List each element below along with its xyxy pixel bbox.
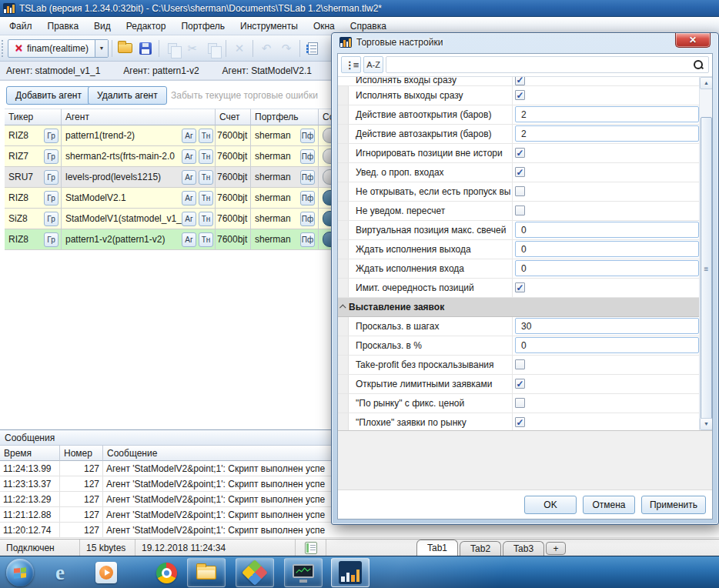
property-row[interactable]: Исполнять входы сразу✓ <box>338 77 699 86</box>
property-row[interactable]: Проскальз. в шагах <box>338 317 699 336</box>
start-button[interactable] <box>6 559 34 586</box>
message-row[interactable]: 11:20:12.74127Агент 'StatModelV2&point;1… <box>0 523 719 538</box>
property-value-input[interactable] <box>515 125 699 142</box>
property-value-input[interactable] <box>515 222 699 238</box>
dialog-close-button[interactable]: ✕ <box>675 33 711 48</box>
column-header[interactable]: Тикер <box>5 109 62 125</box>
portfolio-button[interactable]: Пф <box>300 170 315 185</box>
property-row[interactable]: Не уведом. пересчет <box>338 202 699 221</box>
cancel-button[interactable]: Отмена <box>583 496 635 514</box>
apply-button[interactable]: Применить <box>641 496 706 514</box>
dialog-titlebar[interactable]: Торговые настройки <box>339 37 443 48</box>
property-row[interactable]: Take-profit без проскальзывания <box>338 356 699 375</box>
column-header[interactable]: Счет <box>216 109 251 125</box>
property-search-box[interactable] <box>386 56 709 73</box>
property-row[interactable]: Имит. очередность позиций✓ <box>338 279 699 298</box>
property-row[interactable]: Увед. о проп. входах✓ <box>338 163 699 182</box>
property-checkbox[interactable]: ✓ <box>515 379 525 389</box>
group-button[interactable]: Гр <box>44 129 59 143</box>
workspace-tab-tab2[interactable]: Tab2 <box>460 541 501 556</box>
agent-script-button[interactable]: Аг <box>182 149 196 164</box>
property-checkbox[interactable] <box>515 359 525 369</box>
column-header[interactable]: Время <box>0 446 60 461</box>
property-row[interactable]: Ждать исполнения выхода <box>338 240 699 259</box>
agent-script-button[interactable]: Аг <box>182 212 196 226</box>
menu-Вид[interactable]: Вид <box>86 18 119 35</box>
save-button[interactable] <box>136 39 155 58</box>
portfolio-button[interactable]: Пф <box>300 191 315 205</box>
property-search-input[interactable] <box>386 58 693 72</box>
property-value-input[interactable] <box>515 260 699 276</box>
property-checkbox[interactable] <box>515 205 525 215</box>
property-grid-scrollbar[interactable]: ▲ ≡ ▼ <box>699 77 712 430</box>
agent-tab[interactable]: Агент: statmodel_v1_1 <box>6 65 100 76</box>
property-checkbox[interactable]: ✓ <box>515 282 525 292</box>
agent-script-button[interactable]: Аг <box>182 191 196 205</box>
trade-button[interactable]: Тн <box>199 170 213 185</box>
property-checkbox[interactable]: ✓ <box>515 417 525 427</box>
agent-tab[interactable]: Агент: StatModelV2.1 <box>222 65 312 76</box>
menu-Портфель[interactable]: Портфель <box>173 18 232 35</box>
property-row[interactable]: Ждать исполнения входа <box>338 259 699 279</box>
workspace-tab-tab1[interactable]: Tab1 <box>416 540 458 556</box>
taskbar-designer-button[interactable] <box>236 558 274 587</box>
taskbar-explorer-button[interactable] <box>187 558 226 587</box>
add-tab-button[interactable]: + <box>546 542 566 555</box>
property-checkbox[interactable]: ✓ <box>515 148 525 158</box>
taskbar-mediaplayer-button[interactable] <box>91 560 122 586</box>
column-header[interactable]: Агент <box>62 109 216 125</box>
menu-Файл[interactable]: Файл <box>2 18 40 35</box>
property-value-input[interactable] <box>515 241 699 257</box>
agent-script-button[interactable]: Аг <box>182 232 196 247</box>
agent-tab[interactable]: Агент: pattern1-v2 <box>123 65 199 76</box>
add-agent-button[interactable]: Добавить агент <box>6 86 91 105</box>
property-row[interactable]: "По рынку" с фикс. ценой <box>338 394 699 413</box>
trade-button[interactable]: Тн <box>199 149 213 164</box>
open-file-button[interactable] <box>116 39 135 58</box>
trade-button[interactable]: Тн <box>199 191 213 205</box>
toolbar-grip[interactable] <box>2 40 5 57</box>
taskbar-monitor-button[interactable] <box>284 558 323 587</box>
property-checkbox[interactable] <box>515 398 525 408</box>
property-checkbox[interactable]: ✓ <box>515 90 525 100</box>
taskbar-chrome-button[interactable] <box>151 560 182 586</box>
property-row[interactable]: Игнорировать позиции вне истори✓ <box>338 144 699 163</box>
portfolio-button[interactable]: Пф <box>300 149 315 164</box>
property-value-input[interactable] <box>515 106 699 122</box>
connection-combobox[interactable]: ✕ finam(realtime) ▼ <box>8 39 109 58</box>
menu-Редактор[interactable]: Редактор <box>119 18 174 35</box>
property-row[interactable]: "Плохие" заявки по рынку✓ <box>338 413 699 431</box>
property-row[interactable]: Действие автозакрытия (баров) <box>338 125 699 144</box>
trade-button[interactable]: Тн <box>199 129 213 143</box>
property-value-input[interactable] <box>515 318 699 334</box>
scroll-up-arrow-icon[interactable]: ▲ <box>700 77 712 89</box>
trade-button[interactable]: Тн <box>199 232 213 247</box>
categorized-view-button[interactable]: ⋮≡ <box>341 56 361 73</box>
agent-script-button[interactable]: Аг <box>182 129 196 143</box>
log-button[interactable] <box>296 540 326 556</box>
scrollbar-thumb[interactable]: ≡ <box>701 117 712 422</box>
group-button[interactable]: Гр <box>44 191 59 205</box>
column-header[interactable]: Номер <box>60 446 103 461</box>
property-row[interactable]: Исполнять выходы сразу✓ <box>338 86 699 105</box>
alphabetical-view-button[interactable]: A-Z <box>363 56 383 73</box>
group-button[interactable]: Гр <box>44 170 59 185</box>
agent-script-button[interactable]: Аг <box>182 170 196 185</box>
collapse-arrow-icon[interactable] <box>339 304 346 310</box>
scroll-down-arrow-icon[interactable]: ▼ <box>700 418 712 430</box>
property-checkbox[interactable]: ✓ <box>515 167 525 177</box>
remove-agent-button[interactable]: Удалить агент <box>88 86 167 105</box>
menu-Инструменты[interactable]: Инструменты <box>232 18 306 35</box>
property-row[interactable]: Не открывать, если есть пропуск вы <box>338 182 699 202</box>
group-button[interactable]: Гр <box>44 232 59 247</box>
portfolio-button[interactable]: Пф <box>300 212 315 226</box>
taskbar-tslab-button[interactable] <box>331 558 370 587</box>
property-row[interactable]: Проскальз. в % <box>338 336 699 356</box>
ok-button[interactable]: OK <box>524 496 577 514</box>
script-button[interactable] <box>304 39 323 58</box>
column-header[interactable]: Портфель <box>251 109 319 125</box>
property-checkbox[interactable]: ✓ <box>515 77 525 85</box>
workspace-tab-tab3[interactable]: Tab3 <box>503 541 544 556</box>
property-value-input[interactable] <box>515 337 699 353</box>
group-button[interactable]: Гр <box>44 149 59 164</box>
